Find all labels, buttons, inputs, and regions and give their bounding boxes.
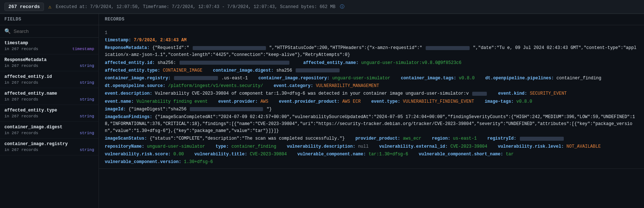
search-input[interactable]	[14, 29, 94, 34]
field-count: in 267 records	[4, 114, 38, 118]
record-number: 1	[105, 30, 638, 35]
event-type-val: VULNERABILITY_FINDING_EVENT	[403, 99, 474, 104]
affected-entity-id-line: affected_entity.id: sha256: affected_ent…	[105, 60, 638, 67]
field-name: container_image.registry	[4, 141, 94, 147]
records-badge: 267 records	[4, 3, 44, 11]
field-count: in 267 records	[4, 64, 38, 68]
field-name: timestamp	[4, 41, 94, 46]
field-type: string	[79, 131, 94, 135]
field-item-container-image-registry[interactable]: container_image.registry in 267 records …	[0, 139, 99, 155]
container-tags-val: v0.8.0	[459, 76, 475, 81]
redacted-imageid	[190, 107, 263, 111]
container-registry-key: container_image.registry:	[105, 76, 171, 81]
imageid-close: "}	[267, 107, 272, 112]
vuln-risk-level-key: vulnerability.risk.level:	[498, 144, 564, 149]
ae-type-key: affected_entity.type:	[105, 68, 160, 73]
field-count: in 267 records	[4, 148, 38, 152]
imageid-line: imageId: {"imageDigest":"sha256 "}	[105, 106, 638, 113]
dt-source-line: dt.openpipeline.source: /platform/ingest…	[105, 83, 638, 90]
event-desc-key: event.description:	[105, 91, 152, 96]
container-image-registry-line: container_image.registry: .us-east-1 con…	[105, 75, 638, 82]
timestamp-value: 7/9/2024, 2:43:43 AM	[134, 38, 186, 43]
imagescansatus-line: imageScanStatus: {"status":"COMPLETE","d…	[105, 135, 638, 142]
imageid-val: {"imageDigest":"sha256	[129, 107, 186, 112]
field-item-responsemetadata[interactable]: ResponseMetadata in 267 records string	[0, 54, 99, 71]
imagescanfindings-key: imageScanFindings:	[105, 114, 152, 120]
field-count: in 267 records	[4, 131, 38, 135]
field-item-container-image-digest[interactable]: container_image.digest in 267 records st…	[0, 122, 99, 139]
field-name: container_image.digest	[4, 125, 94, 130]
event-provider-product-key: event.provider_product:	[279, 99, 340, 104]
search-bar[interactable]: 🔍	[0, 25, 99, 38]
vuln-risk-score-key: vulnerability.risk.score:	[105, 152, 171, 157]
field-type: string	[79, 114, 94, 118]
event-category-val: VULNERABILITY_MANAGEMENT	[316, 83, 379, 88]
search-icon: 🔍	[4, 28, 11, 34]
registry-region: .us-east-1	[221, 76, 248, 81]
app-container: 267 records ⚠ Executed at: 7/9/2024, 12:…	[0, 0, 644, 208]
info-icon[interactable]: ⓘ	[340, 4, 344, 10]
field-name: ResponseMetadata	[4, 57, 94, 63]
field-type: string	[79, 148, 94, 152]
vuln-comp-name-val: tar:1.30+dfsg-6	[369, 152, 408, 157]
vuln-risk-score-val: 0.00	[173, 152, 184, 157]
ae-name-val: unguard-user-simulator:v0.8.0@9f8523c6	[361, 60, 462, 65]
type-key: type:	[215, 144, 229, 149]
field-item-affected-entity-type[interactable]: affected_entity.type in 267 records stri…	[0, 105, 99, 122]
field-item-affected-entity-id[interactable]: affected_entity.id in 267 records string	[0, 71, 99, 88]
records-header: Records	[99, 14, 644, 25]
field-item-timestamp[interactable]: timestamp in 267 records timestamp	[0, 38, 99, 54]
event-description-line: event.description: Vulnerability CVE-202…	[105, 90, 638, 97]
sidebar: Fields 🔍 timestamp in 267 records timest…	[0, 14, 99, 208]
records-content[interactable]: 1 timestamp: 7/9/2024, 2:43:43 AM Respon…	[99, 25, 644, 208]
reponame-line: repositoryName: unguard-user-simulator t…	[105, 143, 638, 150]
field-item-affected-entity-name[interactable]: affected_entity.name in 267 records stri…	[0, 88, 99, 105]
field-meta: in 267 records string	[4, 131, 94, 135]
vuln-desc-val: null	[358, 144, 369, 149]
registryid-key: registryId:	[487, 136, 516, 141]
responsemetadata-line: ResponseMetadata: {"RequestId":" ","HTTP…	[105, 45, 638, 58]
redacted-requestid	[193, 46, 266, 50]
imageid-key: imageId:	[105, 107, 126, 112]
event-name-val: Vulnerability finding event	[136, 99, 207, 104]
redacted-digest	[296, 68, 340, 72]
records-panel: Records 1 timestamp: 7/9/2024, 2:43:43 A…	[99, 14, 644, 208]
timestamp-key: timestamp:	[105, 38, 131, 43]
field-type: string	[79, 80, 94, 85]
field-meta: in 267 records string	[4, 114, 94, 118]
affected-entity-type-line: affected_entity.type: CONTAINER_IMAGE co…	[105, 67, 638, 74]
field-count: in 267 records	[4, 97, 38, 102]
vuln-comp-version-val: 1.30+dfsg-6	[184, 159, 213, 164]
vuln-desc-key: vulnerability.description:	[287, 144, 355, 149]
region-val: us-east-1	[453, 136, 477, 141]
responsemetadata-val: {"RequestId":"	[152, 45, 189, 50]
field-name: affected_entity.name	[4, 91, 94, 96]
event-provider-val: AWS	[260, 99, 269, 104]
top-bar: 267 records ⚠ Executed at: 7/9/2024, 12:…	[0, 0, 644, 14]
vuln-comp-name-key: vulnerable_component.name:	[297, 152, 366, 157]
imagescanfindings-val: {"imageScanCompletedAt":"2024-07-09 02:4…	[105, 114, 635, 133]
type-val: container_finding	[232, 144, 276, 149]
event-provider-key: event.provider:	[218, 99, 258, 104]
ae-id-val: sha256:	[158, 60, 176, 65]
vuln-ext-id-val: CVE-2023-39804	[450, 144, 487, 149]
field-meta: in 267 records timestamp	[4, 47, 94, 51]
field-type: timestamp	[73, 47, 94, 51]
provider-product-key: provider_product:	[355, 136, 400, 141]
field-count: in 267 records	[4, 47, 38, 51]
field-count: in 267 records	[4, 80, 38, 85]
vuln-comp-version-key: vulnerable_component.version:	[105, 159, 181, 164]
field-type: string	[79, 97, 94, 102]
event-kind-val: SECURITY_EVENT	[530, 91, 567, 96]
vuln-title-key: vulnerability.title:	[195, 152, 247, 157]
redacted-sha256-1	[179, 61, 289, 65]
imagescantatus-key: imageScanStatus:	[105, 136, 147, 141]
ae-type-val: CONTAINER_IMAGE	[163, 68, 202, 73]
event-type-key: event.type:	[371, 99, 400, 104]
field-name: affected_entity.id	[4, 74, 94, 79]
event-name-line: event.name: Vulnerability finding event …	[105, 98, 638, 105]
sidebar-header: Fields	[0, 14, 99, 25]
fields-list: timestamp in 267 records timestamp Respo…	[0, 38, 99, 208]
event-desc-val: Vulnerability CVE-2023-39804 of componen…	[155, 91, 469, 96]
responsemetadata-val2: ","HTTPStatusCode":200,"HTTPHeaders":{"x…	[269, 45, 422, 50]
